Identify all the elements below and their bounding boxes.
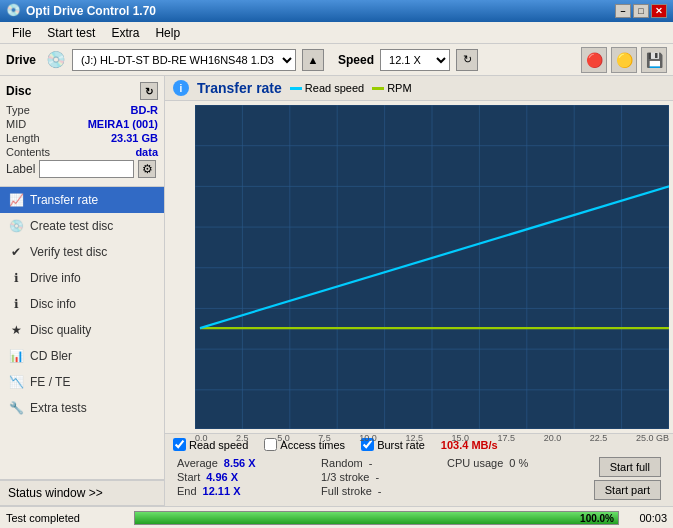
disc-mid-label: MID xyxy=(6,118,26,130)
nav-disc-info[interactable]: ℹ Disc info xyxy=(0,291,164,317)
legend-read-speed-label: Read speed xyxy=(305,82,364,94)
cpu-label: CPU usage xyxy=(447,457,503,469)
stats-section: Average 8.56 X Start 4.96 X End 12.11 X … xyxy=(173,455,665,502)
disc-length-field: Length 23.31 GB xyxy=(6,132,158,144)
legend-read-speed-color xyxy=(290,87,302,90)
disc-type-field: Type BD-R xyxy=(6,104,158,116)
end-label: End xyxy=(177,485,197,497)
minimize-button[interactable]: – xyxy=(615,4,631,18)
nav-items: 📈 Transfer rate 💿 Create test disc ✔ Ver… xyxy=(0,187,164,479)
disc-contents-value: data xyxy=(135,146,158,158)
nav-disc-quality[interactable]: ★ Disc quality xyxy=(0,317,164,343)
chart-icon: i xyxy=(173,80,189,96)
progress-bar-container: 100.0% xyxy=(134,511,619,525)
stats-left: Average 8.56 X Start 4.96 X End 12.11 X xyxy=(177,457,256,500)
menu-start-test[interactable]: Start test xyxy=(39,24,103,42)
menu-help[interactable]: Help xyxy=(147,24,188,42)
chart-controls: Read speed Access times Burst rate 103.4… xyxy=(165,433,673,506)
status-window-button[interactable]: Status window >> xyxy=(0,480,164,506)
app-title: Opti Drive Control 1.70 xyxy=(26,4,615,18)
nav-verify-test-disc[interactable]: ✔ Verify test disc xyxy=(0,239,164,265)
x-label-6: 15.0 xyxy=(452,433,470,443)
toolbar-icon-1[interactable]: 🔴 xyxy=(581,47,607,73)
action-buttons: Start full Start part xyxy=(594,457,661,500)
sidebar: Disc ↻ Type BD-R MID MEIRA1 (001) Length… xyxy=(0,76,165,506)
refresh-speed-button[interactable]: ↻ xyxy=(456,49,478,71)
status-text: Test completed xyxy=(6,512,126,524)
drive-icon: 💿 xyxy=(46,50,66,69)
disc-label-button[interactable]: ⚙ xyxy=(138,160,156,178)
x-label-5: 12.5 xyxy=(405,433,423,443)
x-label-0: 0.0 xyxy=(195,433,208,443)
menu-extra[interactable]: Extra xyxy=(103,24,147,42)
menu-bar: File Start test Extra Help xyxy=(0,22,673,44)
chart-container: 16 X 14 X 12 X 10 X 8 X 6 X 4 X 2 X 0.0 … xyxy=(165,101,673,433)
one-third-row: 1/3 stroke - xyxy=(321,471,381,483)
x-label-10: 25.0 GB xyxy=(636,433,669,443)
drive-label: Drive xyxy=(6,53,36,67)
nav-cd-bler[interactable]: 📊 CD Bler xyxy=(0,343,164,369)
drive-select[interactable]: (J:) HL-DT-ST BD-RE WH16NS48 1.D3 xyxy=(72,49,296,71)
disc-contents-field: Contents data xyxy=(6,146,158,158)
x-axis-labels: 0.0 2.5 5.0 7.5 10.0 12.5 15.0 17.5 20.0… xyxy=(195,433,669,443)
nav-extra-tests[interactable]: 🔧 Extra tests xyxy=(0,395,164,421)
nav-transfer-rate[interactable]: 📈 Transfer rate xyxy=(0,187,164,213)
disc-length-value: 23.31 GB xyxy=(111,132,158,144)
maximize-button[interactable]: □ xyxy=(633,4,649,18)
start-part-button[interactable]: Start part xyxy=(594,480,661,500)
end-row: End 12.11 X xyxy=(177,485,256,497)
read-speed-checkbox[interactable] xyxy=(173,438,186,451)
close-button[interactable]: ✕ xyxy=(651,4,667,18)
disc-section: Disc ↻ Type BD-R MID MEIRA1 (001) Length… xyxy=(0,76,164,187)
nav-drive-info[interactable]: ℹ Drive info xyxy=(0,265,164,291)
chart-svg: 16 X 14 X 12 X 10 X 8 X 6 X 4 X 2 X xyxy=(195,105,669,429)
status-bar: Test completed 100.0% 00:03 xyxy=(0,506,673,528)
average-row: Average 8.56 X xyxy=(177,457,256,469)
cpu-row: CPU usage 0 % xyxy=(447,457,528,469)
extra-tests-icon: 🔧 xyxy=(8,400,24,416)
nav-fe-te-label: FE / TE xyxy=(30,375,70,389)
x-label-3: 7.5 xyxy=(318,433,331,443)
disc-type-value: BD-R xyxy=(131,104,159,116)
x-label-8: 20.0 xyxy=(544,433,562,443)
nav-drive-info-label: Drive info xyxy=(30,271,81,285)
speed-label: Speed xyxy=(338,53,374,67)
window-controls: – □ ✕ xyxy=(615,4,667,18)
stats-right: CPU usage 0 % xyxy=(447,457,528,500)
disc-header: Disc ↻ xyxy=(6,82,158,100)
time-display: 00:03 xyxy=(627,512,667,524)
x-label-2: 5.0 xyxy=(277,433,290,443)
cpu-value: 0 % xyxy=(509,457,528,469)
start-value: 4.96 X xyxy=(206,471,238,483)
end-value: 12.11 X xyxy=(203,485,241,497)
chart-title: Transfer rate xyxy=(197,80,282,96)
legend-rpm-label: RPM xyxy=(387,82,411,94)
disc-refresh-button[interactable]: ↻ xyxy=(140,82,158,100)
start-full-button[interactable]: Start full xyxy=(599,457,661,477)
nav-create-test-disc[interactable]: 💿 Create test disc xyxy=(0,213,164,239)
one-third-value: - xyxy=(375,471,379,483)
nav-create-disc-label: Create test disc xyxy=(30,219,113,233)
legend-rpm: RPM xyxy=(372,82,411,94)
title-bar: 💿 Opti Drive Control 1.70 – □ ✕ xyxy=(0,0,673,22)
average-label: Average xyxy=(177,457,218,469)
toolbar-icons: 🔴 🟡 💾 xyxy=(581,47,667,73)
save-button[interactable]: 💾 xyxy=(641,47,667,73)
progress-text: 100.0% xyxy=(580,512,614,526)
average-value: 8.56 X xyxy=(224,457,256,469)
disc-label-input[interactable] xyxy=(39,160,134,178)
menu-file[interactable]: File xyxy=(4,24,39,42)
cd-bler-icon: 📊 xyxy=(8,348,24,364)
eject-button[interactable]: ▲ xyxy=(302,49,324,71)
disc-title: Disc xyxy=(6,84,31,98)
speed-select[interactable]: 12.1 X Max 8.0 X xyxy=(380,49,450,71)
drive-info-icon: ℹ xyxy=(8,270,24,286)
full-stroke-label: Full stroke xyxy=(321,485,372,497)
legend-read-speed: Read speed xyxy=(290,82,364,94)
nav-fe-te[interactable]: 📉 FE / TE xyxy=(0,369,164,395)
drive-bar: Drive 💿 (J:) HL-DT-ST BD-RE WH16NS48 1.D… xyxy=(0,44,673,76)
full-stroke-value: - xyxy=(378,485,382,497)
verify-disc-icon: ✔ xyxy=(8,244,24,260)
toolbar-icon-2[interactable]: 🟡 xyxy=(611,47,637,73)
random-label: Random xyxy=(321,457,363,469)
